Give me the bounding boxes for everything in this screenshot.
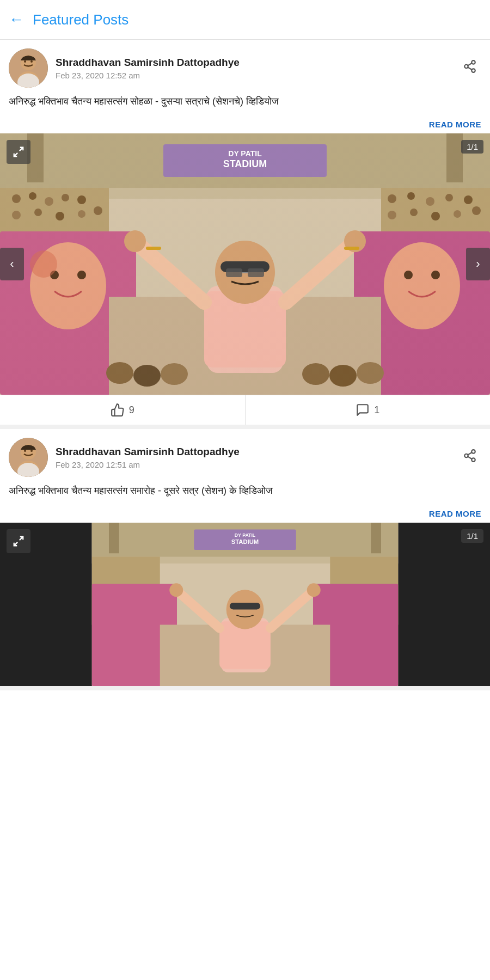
page-title: Featured Posts bbox=[33, 11, 128, 28]
post-header-2: Shraddhavan Samirsinh Dattopadhye Feb 23… bbox=[0, 429, 490, 481]
svg-line-9 bbox=[468, 68, 471, 70]
like-button-1[interactable]: 9 bbox=[0, 395, 246, 425]
post-meta-1: Shraddhavan Samirsinh Dattopadhye Feb 23… bbox=[56, 56, 458, 80]
post-date-1: Feb 23, 2020 12:52 am bbox=[56, 71, 458, 80]
post-card-2: Shraddhavan Samirsinh Dattopadhye Feb 23… bbox=[0, 429, 490, 690]
back-button[interactable]: ← bbox=[9, 11, 24, 28]
svg-text:DY PATIL: DY PATIL bbox=[235, 532, 256, 538]
post-date-2: Feb 23, 2020 12:51 am bbox=[56, 460, 458, 469]
read-more-button-2[interactable]: READ MORE bbox=[429, 509, 481, 518]
post-text-1: अनिरुद्ध भक्तिभाव चैतन्य महासत्संग सोहळा… bbox=[9, 94, 481, 109]
author-name-1: Shraddhavan Samirsinh Dattopadhye bbox=[56, 56, 458, 70]
fullscreen-button-1[interactable] bbox=[7, 140, 30, 164]
svg-point-78 bbox=[30, 450, 33, 452]
header: ← Featured Posts bbox=[0, 0, 490, 40]
carousel-image-container-1: DY PATIL STADIUM bbox=[0, 133, 490, 395]
post-card-1: Shraddhavan Samirsinh Dattopadhye Feb 23… bbox=[0, 40, 490, 429]
fullscreen-button-2[interactable] bbox=[7, 529, 30, 553]
like-count-1: 9 bbox=[129, 405, 134, 416]
avatar-1 bbox=[9, 48, 48, 88]
svg-line-82 bbox=[468, 457, 471, 459]
carousel-prev-1[interactable]: ‹ bbox=[0, 248, 24, 280]
share-button-1[interactable] bbox=[458, 55, 481, 81]
comment-button-1[interactable]: 1 bbox=[246, 395, 491, 425]
svg-point-5 bbox=[30, 60, 33, 63]
svg-point-104 bbox=[307, 583, 321, 597]
svg-rect-70 bbox=[0, 133, 490, 395]
carousel-next-1[interactable]: › bbox=[466, 248, 490, 280]
svg-point-103 bbox=[169, 583, 183, 597]
share-button-2[interactable] bbox=[458, 444, 481, 470]
read-more-button-1[interactable]: READ MORE bbox=[429, 120, 481, 129]
carousel-2: DY PATIL STADIUM bbox=[0, 523, 490, 686]
post-header-1: Shraddhavan Samirsinh Dattopadhye Feb 23… bbox=[0, 40, 490, 92]
svg-text:STADIUM: STADIUM bbox=[231, 538, 259, 545]
post-text-2: अनिरुद्ध भक्तिभाव चैतन्य महासत्संग समारो… bbox=[9, 483, 481, 498]
post-body-1: अनिरुद्ध भक्तिभाव चैतन्य महासत्संग सोहळा… bbox=[0, 92, 490, 118]
svg-rect-87 bbox=[109, 523, 119, 553]
svg-point-4 bbox=[24, 60, 26, 63]
svg-point-77 bbox=[24, 450, 26, 452]
post-body-2: अनिरुद्ध भक्तिभाव चैतन्य महासत्संग समारो… bbox=[0, 481, 490, 507]
svg-line-10 bbox=[468, 63, 471, 65]
reactions-bar-1: 9 1 bbox=[0, 395, 490, 425]
author-name-2: Shraddhavan Samirsinh Dattopadhye bbox=[56, 445, 458, 459]
carousel-image-container-2: DY PATIL STADIUM bbox=[0, 523, 490, 686]
carousel-1: DY PATIL STADIUM bbox=[0, 133, 490, 395]
page-indicator-2: 1/1 bbox=[461, 529, 483, 543]
avatar-2 bbox=[9, 438, 48, 477]
svg-line-83 bbox=[468, 452, 471, 455]
page-indicator-1: 1/1 bbox=[461, 140, 483, 154]
read-more-row-2: READ MORE bbox=[0, 507, 490, 523]
comment-count-1: 1 bbox=[374, 405, 379, 416]
svg-rect-100 bbox=[230, 603, 260, 610]
svg-rect-88 bbox=[371, 523, 381, 553]
post-meta-2: Shraddhavan Samirsinh Dattopadhye Feb 23… bbox=[56, 445, 458, 469]
read-more-row-1: READ MORE bbox=[0, 118, 490, 133]
